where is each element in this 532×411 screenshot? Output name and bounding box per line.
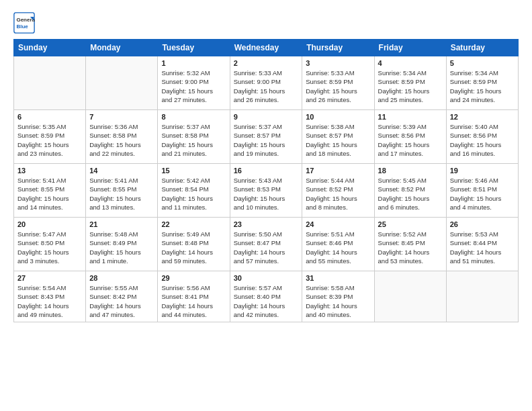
cell-line: and 40 minutes. xyxy=(306,310,370,319)
calendar-cell: 16Sunrise: 5:43 AMSunset: 8:53 PMDayligh… xyxy=(230,164,302,218)
cell-line: Sunrise: 5:47 AM xyxy=(17,230,82,238)
cell-line: and 6 minutes. xyxy=(378,203,443,212)
cell-line: Sunset: 8:58 PM xyxy=(161,131,226,140)
cell-line: Sunrise: 5:48 AM xyxy=(89,230,154,238)
calendar-cell: 12Sunrise: 5:40 AMSunset: 8:56 PMDayligh… xyxy=(446,110,518,164)
cell-line: and 27 minutes. xyxy=(161,95,226,104)
cell-line: Sunset: 8:40 PM xyxy=(234,292,299,301)
cell-line: Daylight: 15 hours xyxy=(17,194,82,203)
day-number: 13 xyxy=(17,167,82,175)
day-number: 20 xyxy=(17,220,82,228)
cell-line: Sunset: 8:53 PM xyxy=(234,185,299,193)
cell-line: Daylight: 14 hours xyxy=(89,302,154,310)
cell-line: Sunset: 8:51 PM xyxy=(450,185,515,193)
cell-line: and 8 minutes. xyxy=(306,203,370,212)
calendar-cell: 24Sunrise: 5:51 AMSunset: 8:46 PMDayligh… xyxy=(302,218,374,271)
calendar-cell xyxy=(14,56,86,110)
day-number: 5 xyxy=(450,59,515,67)
cell-line: Daylight: 14 hours xyxy=(306,302,370,310)
calendar-cell: 30Sunrise: 5:57 AMSunset: 8:40 PMDayligh… xyxy=(230,271,302,322)
cell-line: and 23 minutes. xyxy=(17,149,82,158)
calendar-cell: 14Sunrise: 5:41 AMSunset: 8:55 PMDayligh… xyxy=(86,164,158,218)
cell-line: Daylight: 15 hours xyxy=(306,140,370,149)
cell-line: Daylight: 15 hours xyxy=(378,194,443,203)
cell-line: and 26 minutes. xyxy=(234,95,299,104)
calendar-cell: 10Sunrise: 5:38 AMSunset: 8:57 PMDayligh… xyxy=(302,110,374,164)
cell-line: Sunrise: 5:37 AM xyxy=(161,122,226,131)
cell-line: Sunset: 8:55 PM xyxy=(89,185,154,193)
cell-line: Sunrise: 5:50 AM xyxy=(234,230,299,238)
cell-line: Daylight: 15 hours xyxy=(161,87,226,95)
weekday-header: Monday xyxy=(86,40,158,56)
calendar-cell: 31Sunrise: 5:58 AMSunset: 8:39 PMDayligh… xyxy=(302,271,374,322)
cell-line: Sunrise: 5:54 AM xyxy=(17,283,82,292)
cell-line: Sunset: 8:57 PM xyxy=(234,131,299,140)
cell-line: Sunset: 8:56 PM xyxy=(378,131,443,140)
calendar-cell: 28Sunrise: 5:55 AMSunset: 8:42 PMDayligh… xyxy=(86,271,158,322)
cell-line: Sunrise: 5:32 AM xyxy=(161,68,226,77)
cell-line: Daylight: 14 hours xyxy=(161,248,226,257)
calendar-cell: 6Sunrise: 5:35 AMSunset: 8:59 PMDaylight… xyxy=(14,110,86,164)
calendar-cell: 5Sunrise: 5:34 AMSunset: 8:59 PMDaylight… xyxy=(446,56,518,110)
cell-line: Daylight: 15 hours xyxy=(450,87,515,95)
cell-line: and 11 minutes. xyxy=(161,203,226,212)
cell-line: Daylight: 15 hours xyxy=(450,140,515,149)
calendar-cell: 22Sunrise: 5:49 AMSunset: 8:48 PMDayligh… xyxy=(158,218,230,271)
day-number: 31 xyxy=(306,274,370,282)
cell-line: Sunset: 8:46 PM xyxy=(306,238,370,247)
cell-line: and 1 minute. xyxy=(89,257,154,265)
cell-line: and 17 minutes. xyxy=(378,149,443,158)
day-number: 1 xyxy=(161,59,226,67)
cell-line: Daylight: 15 hours xyxy=(161,140,226,149)
calendar-cell: 27Sunrise: 5:54 AMSunset: 8:43 PMDayligh… xyxy=(14,271,86,322)
cell-line: Daylight: 15 hours xyxy=(17,248,82,257)
cell-line: Sunrise: 5:39 AM xyxy=(378,122,443,131)
cell-line: Daylight: 14 hours xyxy=(234,248,299,257)
cell-line: and 42 minutes. xyxy=(234,310,299,319)
cell-line: Sunrise: 5:52 AM xyxy=(378,230,443,238)
weekday-header: Saturday xyxy=(446,40,518,56)
calendar-cell: 19Sunrise: 5:46 AMSunset: 8:51 PMDayligh… xyxy=(446,164,518,218)
cell-line: Sunrise: 5:55 AM xyxy=(89,283,154,292)
cell-line: Daylight: 14 hours xyxy=(161,302,226,310)
day-number: 27 xyxy=(17,274,82,282)
page: General Blue SundayMondayTuesdayWednesda… xyxy=(0,0,532,411)
cell-line: and 13 minutes. xyxy=(89,203,154,212)
day-number: 21 xyxy=(89,220,154,228)
cell-line: Daylight: 14 hours xyxy=(450,248,515,257)
cell-line: Sunrise: 5:44 AM xyxy=(306,176,370,185)
calendar-cell: 23Sunrise: 5:50 AMSunset: 8:47 PMDayligh… xyxy=(230,218,302,271)
cell-line: and 4 minutes. xyxy=(450,203,515,212)
cell-line: Sunset: 9:00 PM xyxy=(161,77,226,86)
cell-line: Sunset: 8:42 PM xyxy=(89,292,154,301)
calendar-week-row: 27Sunrise: 5:54 AMSunset: 8:43 PMDayligh… xyxy=(14,271,519,322)
calendar-cell: 29Sunrise: 5:56 AMSunset: 8:41 PMDayligh… xyxy=(158,271,230,322)
cell-line: Sunrise: 5:35 AM xyxy=(17,122,82,131)
cell-line: and 25 minutes. xyxy=(378,95,443,104)
calendar-cell: 11Sunrise: 5:39 AMSunset: 8:56 PMDayligh… xyxy=(374,110,446,164)
calendar-cell: 20Sunrise: 5:47 AMSunset: 8:50 PMDayligh… xyxy=(14,218,86,271)
cell-line: Sunset: 8:59 PM xyxy=(306,77,370,86)
day-number: 30 xyxy=(234,274,299,282)
cell-line: Sunrise: 5:40 AM xyxy=(450,122,515,131)
cell-line: Sunrise: 5:33 AM xyxy=(234,68,299,77)
cell-line: Daylight: 15 hours xyxy=(89,140,154,149)
cell-line: Sunrise: 5:57 AM xyxy=(234,283,299,292)
cell-line: Sunrise: 5:41 AM xyxy=(17,176,82,185)
day-number: 10 xyxy=(306,113,370,121)
cell-line: Sunrise: 5:56 AM xyxy=(161,283,226,292)
calendar-cell: 18Sunrise: 5:45 AMSunset: 8:52 PMDayligh… xyxy=(374,164,446,218)
cell-line: Daylight: 15 hours xyxy=(234,194,299,203)
cell-line: Sunrise: 5:36 AM xyxy=(89,122,154,131)
calendar-cell: 21Sunrise: 5:48 AMSunset: 8:49 PMDayligh… xyxy=(86,218,158,271)
header: General Blue xyxy=(13,12,519,34)
day-number: 25 xyxy=(378,220,443,228)
calendar-cell: 26Sunrise: 5:53 AMSunset: 8:44 PMDayligh… xyxy=(446,218,518,271)
calendar-week-row: 6Sunrise: 5:35 AMSunset: 8:59 PMDaylight… xyxy=(14,110,519,164)
cell-line: Sunrise: 5:37 AM xyxy=(234,122,299,131)
cell-line: and 47 minutes. xyxy=(89,310,154,319)
cell-line: Sunrise: 5:53 AM xyxy=(450,230,515,238)
cell-line: Sunset: 8:54 PM xyxy=(161,185,226,193)
cell-line: Daylight: 15 hours xyxy=(234,140,299,149)
cell-line: and 49 minutes. xyxy=(17,310,82,319)
